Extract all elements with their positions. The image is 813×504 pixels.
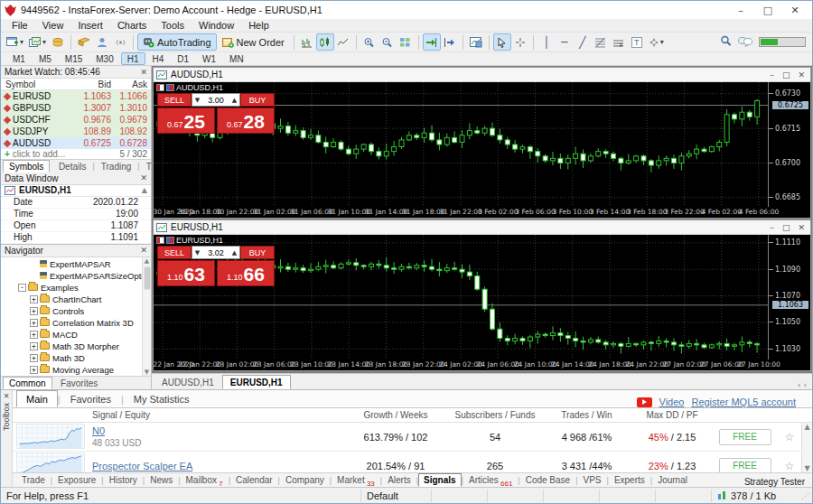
tab-symbols[interactable]: Symbols (3, 160, 50, 173)
signal-name-link[interactable]: Prospector Scalper EA (92, 461, 342, 471)
tab-favorites[interactable]: Favorites (54, 377, 104, 389)
volume-stepper[interactable]: ▼3.02▲ (192, 246, 240, 259)
timeframe-m5[interactable]: M5 (33, 52, 58, 65)
toolbox-tab-calendar[interactable]: Calendar (230, 473, 278, 487)
signal-name-link[interactable]: N0 (92, 425, 342, 436)
timeframe-mn[interactable]: MN (223, 52, 250, 65)
toolbox-tab-vps[interactable]: VPS (578, 473, 607, 487)
menu-insert[interactable]: Insert (70, 20, 110, 31)
tree-item-moving-average[interactable]: +Moving Average (1, 364, 151, 376)
tree-expander-icon[interactable]: + (30, 366, 38, 374)
toolbox-tab-history[interactable]: History (104, 473, 143, 487)
sell-button[interactable]: SELL (157, 246, 192, 259)
menu-window[interactable]: Window (192, 20, 241, 31)
menu-file[interactable]: File (5, 20, 35, 31)
shapes-tool-icon[interactable]: ▾ (646, 33, 667, 51)
column-ask[interactable]: Ask (111, 79, 151, 89)
column-bid[interactable]: Bid (71, 79, 111, 89)
buy-button[interactable]: BUY (240, 93, 275, 107)
tree-expander-icon[interactable]: + (30, 331, 38, 339)
market-watch-row[interactable]: AUDUSD0.67250.6728 (1, 137, 151, 149)
chart-window-audusd[interactable]: AUDUSD,H1–□✕AUDUSD,H1SELL▼3.00▲BUY0.6725… (153, 67, 811, 219)
toolbox-tab-signals[interactable]: Signals (418, 473, 462, 487)
maximize-icon[interactable]: □ (782, 223, 790, 232)
tree-item-correlation-matrix-3d[interactable]: +Correlation Matrix 3D (1, 317, 151, 329)
new-chart-button[interactable]: ▾ (4, 33, 26, 51)
timeframe-d1[interactable]: D1 (171, 52, 195, 65)
zoom-in-icon[interactable] (360, 33, 378, 51)
time-axis[interactable]: 30 Jan 202030 Jan 18:0030 Jan 22:0031 Ja… (154, 207, 810, 218)
crosshair-tool-icon[interactable] (511, 33, 529, 51)
indicators-button[interactable] (467, 33, 485, 51)
toolbox-tab-mailbox[interactable]: Mailbox 7 (181, 473, 229, 487)
minimize-icon[interactable]: – (727, 5, 754, 16)
market-watch-add-row[interactable]: + click to add... 5 / 302 (1, 149, 151, 159)
autotrading-button[interactable]: AutoTrading (137, 33, 217, 51)
tree-item-chartinchart[interactable]: +ChartInChart (1, 294, 151, 305)
maximize-icon[interactable]: □ (754, 5, 781, 16)
price-axis[interactable]: 1.11101.10901.10701.10501.10301.1063 (769, 235, 810, 359)
chart-window-titlebar[interactable]: AUDUSD,H1–□✕ (154, 68, 810, 82)
buy-price-box[interactable]: 0.6728 (217, 107, 275, 134)
favorite-star-icon[interactable]: ☆ (778, 431, 801, 443)
volume-decrease-icon[interactable]: ▼ (192, 249, 202, 257)
cursor-tool-icon[interactable] (493, 33, 511, 51)
chart-plot-area[interactable]: EURUSD,H1SELL▼3.02▲BUY1.10631.1066 (154, 235, 769, 359)
navigator-tree[interactable]: ExpertMAPSARExpertMAPSARSizeOptim-Exampl… (1, 257, 151, 376)
sell-button[interactable]: SELL (157, 93, 192, 107)
close-icon[interactable]: ✕ (798, 70, 805, 79)
data-window-header[interactable]: Data Window ✕ (1, 173, 151, 185)
sell-price-box[interactable]: 1.1063 (157, 260, 215, 286)
tree-expander-icon[interactable]: + (30, 295, 38, 303)
chart-shift-icon[interactable] (441, 33, 459, 51)
tab-trading[interactable]: Trading (95, 160, 138, 173)
close-icon[interactable]: ✕ (140, 68, 147, 77)
column-signal-equity[interactable]: Signal / Equity (89, 410, 342, 420)
chart-tab-eurusd-h1[interactable]: EURUSD,H1 (222, 375, 291, 389)
timeframe-m15[interactable]: M15 (59, 52, 89, 65)
minimize-icon[interactable]: – (770, 223, 774, 232)
close-icon[interactable]: ✕ (140, 246, 147, 255)
free-button[interactable]: FREE (719, 458, 771, 473)
toolbox-tab-journal[interactable]: Journal (652, 473, 693, 487)
close-icon[interactable]: ✕ (4, 392, 10, 400)
chart-tab-audusd-h1[interactable]: AUDUSD,H1 (154, 375, 222, 389)
tree-expander-icon[interactable]: + (30, 319, 38, 327)
toolbox-tab-code-base[interactable]: Code Base (520, 473, 575, 487)
chart-window-eurusd[interactable]: EURUSD,H1–□✕EURUSD,H1SELL▼3.02▲BUY1.1063… (153, 219, 811, 371)
bar-chart-mode-icon[interactable] (298, 33, 316, 51)
tile-windows-icon[interactable] (397, 33, 415, 51)
market-watch-row[interactable]: USDJPY108.89108.92 (1, 126, 151, 137)
market-watch-column-headers[interactable]: SymbolBidAsk (1, 79, 151, 90)
close-icon[interactable]: ✕ (798, 223, 805, 232)
video-icon[interactable] (637, 397, 652, 407)
volume-increase-icon[interactable]: ▲ (229, 97, 239, 104)
candlestick-mode-icon[interactable] (316, 33, 334, 51)
profiles-button[interactable]: ▾ (26, 33, 49, 51)
toolbox-tab-company[interactable]: Company (280, 473, 330, 487)
toolbox-tab-alerts[interactable]: Alerts (382, 473, 416, 487)
horizontal-line-tool-icon[interactable]: ─ (556, 33, 574, 51)
search-icon[interactable] (720, 35, 732, 49)
add-symbol-label[interactable]: click to add... (13, 149, 65, 159)
tab-common[interactable]: Common (3, 377, 52, 389)
toolbox-tab-exposure[interactable]: Exposure (52, 473, 101, 487)
tree-item-macd[interactable]: +MACD (1, 329, 151, 341)
new-order-button[interactable]: New Order (217, 33, 290, 51)
tree-expander-icon[interactable]: - (18, 284, 26, 292)
timeframe-m1[interactable]: M1 (6, 52, 32, 65)
zoom-out-icon[interactable] (378, 33, 397, 51)
free-button[interactable]: FREE (719, 429, 771, 445)
column-subscribers-funds[interactable]: Subscribers / Funds (449, 410, 541, 420)
scroll-up-icon[interactable]: ▲ (142, 186, 147, 194)
buy-price-box[interactable]: 1.1066 (217, 260, 275, 286)
trendline-tool-icon[interactable]: ╱ (574, 33, 592, 51)
deposit-button[interactable] (49, 33, 67, 51)
market-watch-row[interactable]: EURUSD1.10631.1066 (1, 90, 151, 102)
signal-row[interactable]: N048 033 USD613.79% / 102544 968 /61%45%… (13, 423, 812, 452)
tree-expander-icon[interactable]: + (30, 307, 38, 315)
video-link[interactable]: Video (659, 397, 685, 407)
tree-item-expertmapsar[interactable]: ExpertMAPSAR (1, 258, 151, 270)
toolbox-tab-news[interactable]: News (145, 473, 178, 487)
tree-item-math-3d[interactable]: +Math 3D (1, 352, 151, 364)
